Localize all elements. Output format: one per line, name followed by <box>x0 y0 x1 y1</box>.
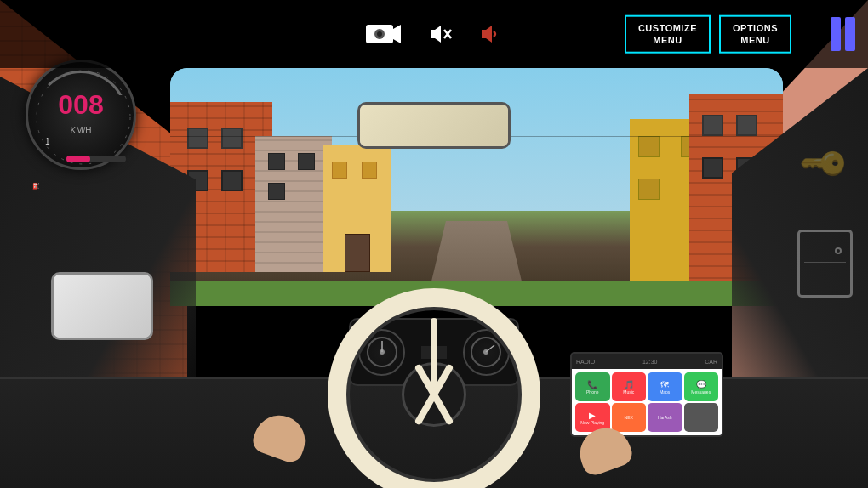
building-center <box>323 145 391 272</box>
apple-carplay: 📞Phone 🎵Music 🗺Maps 💬Messages ▶Now Playi… <box>572 369 722 435</box>
customize-line2: MENU <box>638 34 697 46</box>
options-line2: MENU <box>733 34 778 46</box>
app-messages[interactable]: 💬Messages <box>684 372 719 401</box>
pause-button[interactable] <box>831 17 855 51</box>
app-maps[interactable]: 🗺Maps <box>648 372 682 401</box>
fuel-bar-area: ⛽ <box>32 183 40 192</box>
speaker-low-icon <box>479 21 505 47</box>
svg-marker-8 <box>393 25 401 43</box>
info-top-bar: RADIO 12:30 CAR <box>572 354 722 369</box>
hud-top-bar: CUSTOMIZE MENU OPTIONS MENU <box>0 0 868 68</box>
app-harash[interactable]: HarAsh <box>648 403 682 432</box>
app-empty <box>684 403 719 432</box>
hud-right-buttons: CUSTOMIZE MENU OPTIONS MENU <box>625 15 791 54</box>
svg-point-10 <box>377 31 382 37</box>
pause-bar-left <box>831 17 841 51</box>
speedometer: 008 KM/H 1 <box>26 60 136 170</box>
speed-value: 008 <box>58 89 103 121</box>
speed-unit: KM/H <box>71 126 92 135</box>
speed-gear: 1 <box>45 137 50 146</box>
customize-line1: CUSTOMIZE <box>638 22 697 34</box>
steering-wheel-container <box>315 275 553 488</box>
building-center-left <box>255 136 332 272</box>
customize-menu-button[interactable]: CUSTOMIZE MENU <box>625 15 711 54</box>
steering-wheel <box>328 288 540 488</box>
fuel-bar-container <box>66 156 126 162</box>
infotainment-screen[interactable]: RADIO 12:30 CAR 📞Phone 🎵Music 🗺Maps 💬Mes… <box>570 352 723 437</box>
app-music[interactable]: 🎵Music <box>612 372 647 401</box>
pause-bar-right <box>845 17 855 51</box>
camera-icon <box>364 20 403 48</box>
speaker-low-button[interactable] <box>479 21 505 47</box>
svg-marker-14 <box>482 26 492 43</box>
options-line1: OPTIONS <box>733 22 778 34</box>
side-mirror-left <box>51 272 153 340</box>
door-icon <box>797 230 853 298</box>
speaker-muted-icon <box>428 21 454 47</box>
camera-button[interactable] <box>364 20 403 48</box>
game-viewport: RADIO 12:30 CAR 📞Phone 🎵Music 🗺Maps 💬Mes… <box>0 0 868 488</box>
svg-marker-11 <box>431 26 441 43</box>
options-menu-button[interactable]: OPTIONS MENU <box>719 15 791 54</box>
rearview-mirror <box>357 102 511 149</box>
speaker-muted-button[interactable] <box>428 21 454 47</box>
fuel-bar <box>66 156 90 162</box>
app-nex[interactable]: NEX <box>612 403 647 432</box>
app-phone[interactable]: 📞Phone <box>575 372 610 401</box>
